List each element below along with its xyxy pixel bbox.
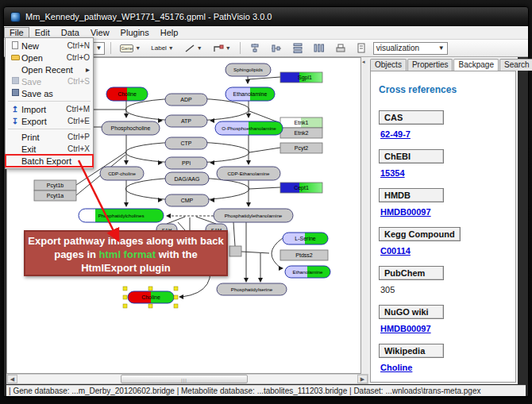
- visualization-combobox[interactable]: visualization ▼: [373, 42, 448, 55]
- file-menu-save-as[interactable]: Save as: [6, 87, 93, 99]
- node-dag-aag[interactable]: DAG/AAG: [165, 172, 209, 185]
- gene-box-pcyt2[interactable]: Pcyt2: [280, 143, 322, 153]
- gene-box-etnk2[interactable]: Etnk2: [280, 128, 322, 138]
- node-label: Sgpl1: [298, 75, 312, 81]
- align-middle-icon: [271, 43, 282, 53]
- xref-chebi: ChEBI 15354: [379, 148, 507, 178]
- node-phosphatidylcholines[interactable]: Phosphatidylcholines: [79, 209, 164, 222]
- node-label: Sphingolipids: [233, 67, 263, 72]
- node-choline-selected[interactable]: Choline: [123, 287, 178, 308]
- file-menu-print[interactable]: Print Ctrl+P: [6, 131, 93, 143]
- gene-box-cept1[interactable]: Cept1: [280, 183, 322, 193]
- xref-header: HMDB: [379, 188, 444, 202]
- menu-data[interactable]: Data: [56, 27, 85, 38]
- annotation-callout: Export pathway images along with back pa…: [24, 230, 228, 276]
- distribute-vertical-button[interactable]: [289, 41, 306, 55]
- xref-link[interactable]: HMDB00097: [380, 207, 431, 217]
- align-center-button[interactable]: [246, 41, 264, 55]
- horizontal-scrollbar[interactable]: ◀ ||| ▶: [6, 374, 368, 384]
- node-label: Phosphatidylserine: [231, 287, 273, 292]
- scrollbar-grip: |||: [181, 378, 187, 383]
- new-datanode-button[interactable]: Gene ▼: [117, 41, 144, 55]
- chevron-down-icon: ▼: [95, 44, 102, 52]
- export-icon: ↧: [9, 117, 21, 125]
- file-menu-dropdown: New Ctrl+N Open Ctrl+O Open Recent ▸ Sav…: [5, 37, 94, 169]
- xref-link[interactable]: HMDB00097: [380, 324, 431, 333]
- node-ctp[interactable]: CTP: [165, 137, 207, 149]
- tab-properties[interactable]: Properties: [407, 59, 453, 71]
- menu-file[interactable]: File: [4, 27, 29, 38]
- scroll-left-icon[interactable]: ◀: [7, 375, 17, 383]
- xref-hmdb: HMDB HMDB00097: [379, 187, 507, 217]
- file-menu-exit[interactable]: Exit Ctrl+X: [6, 143, 93, 155]
- node-phosphocholine[interactable]: Phosphocholine: [102, 121, 160, 135]
- scrollbar-thumb[interactable]: |||: [121, 375, 248, 383]
- connector-icon: [213, 44, 224, 53]
- open-folder-icon: [9, 53, 21, 62]
- title-bar[interactable]: Mm_Kennedy_pathway_WP1771_45176.gpml - P…: [4, 7, 528, 26]
- node-phosphatidylethanolamine[interactable]: Phosphatidylethanolamine: [214, 209, 293, 222]
- scroll-right-icon[interactable]: ▶: [357, 375, 368, 383]
- xref-link[interactable]: 15354: [380, 168, 405, 178]
- gene-box-ptdss2[interactable]: Ptdss2: [280, 250, 328, 260]
- tab-backpage[interactable]: Backpage: [453, 59, 498, 71]
- node-o-phosphoethanolamine[interactable]: O-Phosphoethanolamine: [215, 121, 283, 135]
- gene-box-pcyt1b[interactable]: Pcyt1b: [34, 180, 76, 190]
- file-menu-new[interactable]: New Ctrl+N: [6, 40, 93, 52]
- gene-box-pcyt1a[interactable]: Pcyt1a: [34, 190, 76, 201]
- menu-edit[interactable]: Edit: [29, 27, 56, 38]
- distribute-vertical-icon: [292, 43, 303, 53]
- file-menu-export[interactable]: ↧ Export Ctrl+E: [6, 115, 93, 127]
- gene-box-etnk1[interactable]: Etnk1: [280, 117, 322, 128]
- file-menu-open[interactable]: Open Ctrl+O: [6, 52, 93, 63]
- file-menu-import[interactable]: ↥ Import Ctrl+M: [6, 103, 93, 115]
- node-ethanolamine[interactable]: Ethanolamine: [226, 87, 275, 101]
- node-sphingolipids[interactable]: Sphingolipids: [226, 63, 271, 76]
- new-label-button[interactable]: Label ▼: [148, 41, 177, 55]
- status-bar: | Gene database: ...m_Derby_20120602.bri…: [6, 385, 526, 396]
- distribute-horizontal-button[interactable]: [310, 41, 328, 55]
- file-menu-save[interactable]: Save Ctrl+S: [6, 75, 93, 87]
- node-cdp-ethanolamine[interactable]: CDP-Ethanolamine: [217, 167, 280, 180]
- scrollbar-track[interactable]: |||: [17, 375, 357, 383]
- gene-box-sgpl1[interactable]: Sgpl1: [280, 72, 322, 83]
- file-menu-batch-export[interactable]: Batch Export: [6, 155, 93, 167]
- new-connector-button[interactable]: ▼: [210, 41, 234, 55]
- xref-header: NuGO wiki: [379, 305, 444, 319]
- file-menu-open-recent[interactable]: Open Recent ▸: [6, 63, 93, 75]
- node-atp[interactable]: ATP: [165, 115, 207, 127]
- import-icon: ↥: [9, 105, 21, 114]
- gene-box-small[interactable]: [229, 246, 241, 256]
- node-label: CDP-choline: [108, 171, 136, 176]
- common-size-icon: [335, 43, 346, 53]
- node-ppi[interactable]: PPi: [165, 157, 207, 169]
- node-l-serine[interactable]: L-Serine: [283, 233, 328, 244]
- node-cmp[interactable]: CMP: [165, 194, 209, 206]
- tab-search[interactable]: Search: [499, 59, 532, 71]
- xref-link[interactable]: C00114: [380, 246, 411, 256]
- xref-link[interactable]: 62-49-7: [380, 129, 411, 139]
- expression-data-heading: Expression data: [379, 382, 507, 383]
- xref-link[interactable]: Choline: [380, 363, 412, 372]
- align-middle-button[interactable]: [268, 41, 285, 55]
- node-adp[interactable]: ADP: [165, 94, 207, 106]
- text-format-button[interactable]: [353, 41, 369, 55]
- callout-highlight: html format: [99, 248, 156, 260]
- panel-splitter[interactable]: ◂: [361, 57, 368, 384]
- node-cdp-choline[interactable]: CDP-choline: [100, 167, 144, 180]
- menu-view[interactable]: View: [85, 27, 115, 38]
- new-line-button[interactable]: ▼: [181, 41, 206, 55]
- menu-help[interactable]: Help: [155, 27, 184, 38]
- callout-line-3: HtmlExport plugin: [25, 261, 226, 275]
- distribute-horizontal-icon: [314, 43, 325, 53]
- node-ethanolamine-2[interactable]: Ethanolamine: [285, 266, 330, 278]
- node-label: Phosphatidylcholines: [98, 213, 144, 218]
- tab-objects[interactable]: Objects: [370, 59, 407, 71]
- node-choline[interactable]: Choline: [106, 87, 148, 101]
- node-label: Ptdss2: [295, 252, 313, 258]
- node-phosphatidylserine[interactable]: Phosphatidylserine: [217, 283, 287, 295]
- menu-plugins[interactable]: Plugins: [115, 27, 155, 38]
- window-title: Mm_Kennedy_pathway_WP1771_45176.gpml - P…: [25, 12, 272, 21]
- splitter-collapse-icon[interactable]: ◂: [362, 59, 365, 65]
- common-size-button[interactable]: [332, 41, 349, 55]
